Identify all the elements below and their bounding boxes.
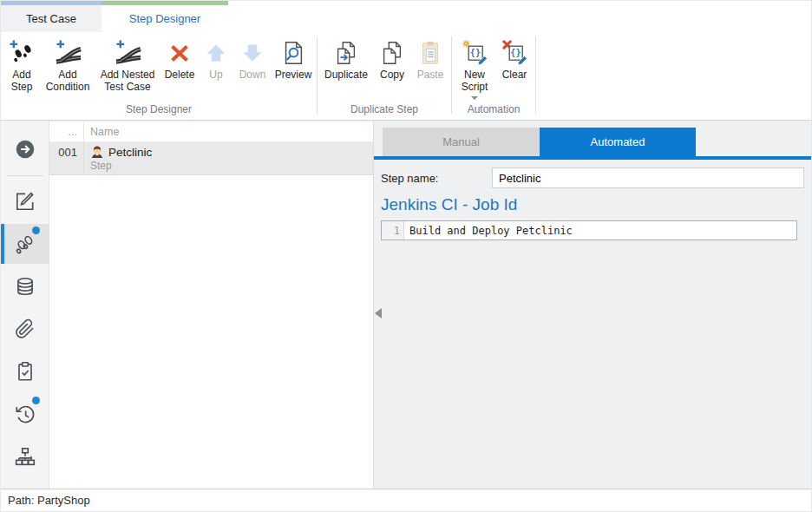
tab-label: Test Case bbox=[1, 5, 102, 32]
up-button: Up bbox=[199, 36, 233, 103]
ribbon-group-label: Step Designer bbox=[3, 103, 315, 120]
svg-text:{}: {} bbox=[469, 48, 480, 57]
ribbon-separator bbox=[451, 36, 452, 114]
ribbon-group-duplicate-step: Duplicate Copy bbox=[319, 32, 449, 120]
duplicate-documents-icon bbox=[333, 36, 359, 69]
new-script-button[interactable]: {} New Script bbox=[454, 36, 495, 103]
jenkins-butler-icon bbox=[90, 145, 104, 159]
sidebar-item-data[interactable] bbox=[1, 266, 49, 306]
new-script-dropdown-caret[interactable] bbox=[471, 96, 478, 100]
sidebar-item-checklist[interactable] bbox=[1, 351, 49, 391]
step-detail-panel: Manual Automated Step name: Jenkins CI -… bbox=[374, 121, 811, 489]
arrow-up-icon bbox=[204, 36, 228, 69]
duplicate-button[interactable]: Duplicate bbox=[319, 36, 373, 103]
preview-button[interactable]: Preview bbox=[272, 36, 315, 103]
section-heading: Jenkins CI - Job Id bbox=[381, 195, 804, 214]
notification-dot bbox=[32, 397, 40, 404]
add-condition-junction-icon bbox=[55, 36, 82, 69]
attachment-paperclip-icon bbox=[14, 318, 36, 340]
detail-tab-bar: Manual Automated bbox=[383, 128, 811, 156]
sidebar-item-steps[interactable] bbox=[1, 224, 49, 264]
tab-manual[interactable]: Manual bbox=[383, 128, 540, 156]
step-name: Petclinic bbox=[108, 146, 152, 159]
preview-document-magnifier-icon bbox=[280, 36, 306, 69]
step-name-label: Step name: bbox=[381, 172, 492, 185]
script-editor[interactable]: 1 Build and Deploy Petclinic bbox=[381, 220, 797, 240]
step-list-header: ... Name bbox=[49, 121, 373, 142]
column-header-name[interactable]: Name bbox=[84, 123, 373, 141]
sidebar-item-edit[interactable] bbox=[1, 181, 49, 221]
new-script-icon: {} bbox=[462, 36, 488, 69]
checklist-clipboard-icon bbox=[14, 360, 36, 383]
document-tab-bar: Test Case Step Designer bbox=[1, 1, 811, 32]
navigate-arrow-circle-icon bbox=[14, 138, 36, 161]
sidebar-divider bbox=[7, 175, 43, 176]
sidebar-item-hierarchy[interactable] bbox=[1, 437, 49, 476]
clear-script-button[interactable]: {} Clear bbox=[495, 36, 534, 103]
edit-pencil-icon bbox=[14, 190, 36, 213]
status-bar: Path: PartyShop bbox=[1, 489, 811, 511]
add-condition-button[interactable]: Add Condition bbox=[41, 36, 95, 103]
sidebar-item-attachments[interactable] bbox=[1, 309, 49, 349]
paste-clipboard-icon bbox=[417, 36, 443, 69]
sidebar bbox=[1, 121, 49, 489]
add-step-button[interactable]: Add Step bbox=[3, 36, 41, 103]
column-header-number[interactable]: ... bbox=[49, 121, 84, 141]
hierarchy-sitemap-icon bbox=[14, 445, 36, 468]
copy-button[interactable]: Copy bbox=[373, 36, 411, 103]
ribbon-group-label: Automation bbox=[454, 103, 534, 120]
history-clock-icon bbox=[14, 403, 36, 425]
step-list-panel: ... Name 001 bbox=[49, 121, 374, 489]
sidebar-item-history[interactable] bbox=[1, 394, 49, 434]
collapse-panel-arrow-icon[interactable] bbox=[375, 308, 382, 318]
ribbon-group-step-designer: Add Step Add Condition bbox=[3, 32, 315, 120]
svg-text:{}: {} bbox=[510, 48, 521, 57]
step-list-row[interactable]: 001 Petclinic bbox=[49, 142, 373, 175]
line-number: 1 bbox=[382, 221, 404, 240]
step-type-label: Step bbox=[90, 160, 373, 172]
ribbon: Add Step Add Condition bbox=[1, 32, 811, 121]
delete-button[interactable]: Delete bbox=[160, 36, 199, 103]
code-line[interactable]: Build and Deploy Petclinic bbox=[404, 221, 573, 240]
main-area: ... Name 001 bbox=[1, 121, 811, 489]
sidebar-item-navigate[interactable] bbox=[1, 129, 49, 169]
ribbon-group-automation: {} New Script {} bbox=[454, 32, 534, 120]
tab-label: Step Designer bbox=[102, 5, 228, 32]
step-number: 001 bbox=[49, 142, 84, 174]
tab-step-designer[interactable]: Step Designer bbox=[102, 1, 228, 32]
app-window: Test Case Step Designer bbox=[0, 0, 812, 512]
steps-footprints-icon bbox=[13, 233, 36, 256]
tab-test-case[interactable]: Test Case bbox=[1, 1, 102, 32]
down-button: Down bbox=[233, 36, 272, 103]
add-nested-test-case-junction-icon bbox=[115, 36, 141, 69]
add-step-footprints-icon bbox=[9, 36, 36, 69]
ribbon-group-label: Duplicate Step bbox=[319, 103, 449, 120]
ribbon-separator bbox=[535, 36, 536, 114]
delete-x-icon bbox=[167, 36, 193, 69]
add-nested-test-case-button[interactable]: Add Nested Test Case bbox=[95, 36, 160, 103]
database-icon bbox=[14, 275, 36, 298]
step-name-input[interactable] bbox=[492, 167, 804, 188]
clear-script-icon: {} bbox=[501, 36, 528, 69]
notification-dot bbox=[32, 226, 40, 234]
path-label: Path: PartyShop bbox=[8, 494, 90, 507]
arrow-down-icon bbox=[240, 36, 265, 69]
paste-button: Paste bbox=[411, 36, 449, 103]
copy-documents-icon bbox=[379, 36, 405, 69]
tab-automated[interactable]: Automated bbox=[540, 128, 696, 156]
ribbon-separator bbox=[317, 36, 318, 114]
